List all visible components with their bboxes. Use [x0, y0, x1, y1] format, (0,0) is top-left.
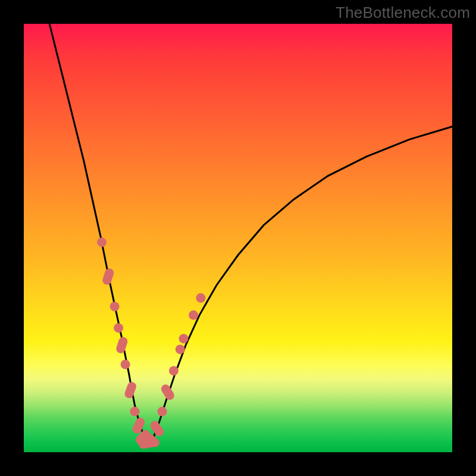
highlight-pill: [115, 336, 129, 354]
highlight-dot: [169, 366, 178, 375]
chart-frame: TheBottleneck.com: [0, 0, 476, 476]
series-right-branch: [149, 127, 452, 446]
highlight-dot: [114, 323, 123, 333]
curve-svg: [24, 24, 452, 452]
highlight-pill: [123, 381, 137, 399]
highlight-dot: [97, 237, 107, 247]
highlight-pill: [101, 267, 115, 286]
highlight-dot: [176, 345, 185, 354]
plot-area: [24, 24, 452, 452]
highlight-dot: [158, 407, 167, 416]
highlight-dot: [189, 311, 198, 320]
curve-lines: [49, 24, 452, 446]
highlight-dot: [196, 293, 205, 303]
highlight-dot: [121, 359, 130, 369]
highlight-pill: [159, 383, 176, 402]
watermark-text: TheBottleneck.com: [336, 4, 470, 22]
highlight-dot: [179, 334, 189, 343]
highlight-dots: [97, 237, 205, 449]
highlight-dot: [110, 302, 120, 311]
series-left-branch: [49, 24, 149, 446]
highlight-dot: [130, 407, 139, 416]
